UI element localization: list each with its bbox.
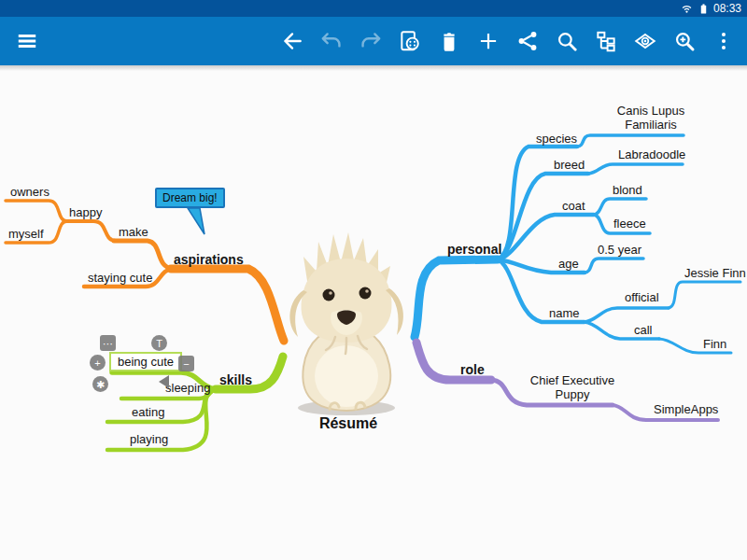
presentation-view-icon[interactable] — [626, 17, 665, 65]
node-species-value[interactable]: Canis Lupus Familiaris — [610, 105, 692, 132]
node-owners[interactable]: owners — [10, 185, 49, 199]
menu-icon[interactable] — [7, 17, 47, 65]
node-official[interactable]: official — [625, 290, 659, 304]
node-drag-handle[interactable] — [159, 375, 169, 388]
node-eating[interactable]: eating — [132, 405, 164, 419]
node-skills[interactable]: skills — [219, 372, 252, 387]
delete-icon[interactable] — [430, 17, 469, 65]
undo-icon[interactable] — [312, 17, 351, 65]
mindmap-canvas[interactable]: Résumé Dream big! owners myself happy ma… — [0, 65, 747, 560]
node-breed-value[interactable]: Labradoodle — [618, 147, 685, 161]
node-name[interactable]: name — [549, 306, 580, 320]
node-age[interactable]: age — [558, 257, 579, 271]
layout-icon[interactable] — [586, 17, 626, 65]
node-call-value[interactable]: Finn — [703, 337, 726, 351]
add-node-icon[interactable] — [469, 17, 508, 65]
node-personal[interactable]: personal — [447, 242, 501, 257]
node-species[interactable]: species — [536, 132, 577, 146]
share-icon[interactable] — [508, 17, 547, 65]
node-official-value[interactable]: Jessie Finn — [684, 266, 746, 280]
more-options-icon[interactable] — [704, 17, 743, 65]
node-call[interactable]: call — [634, 323, 653, 337]
node-coat-fleece[interactable]: fleece — [613, 217, 646, 231]
back-icon[interactable] — [273, 17, 312, 65]
node-make[interactable]: make — [119, 225, 148, 239]
node-myself[interactable]: myself — [8, 227, 44, 241]
status-bar: 08:33 — [0, 0, 747, 17]
redo-icon[interactable] — [351, 17, 390, 65]
node-playing[interactable]: playing — [130, 432, 168, 446]
puppy-photo[interactable] — [275, 227, 420, 418]
toolbar — [0, 17, 747, 65]
node-role-value[interactable]: Chief Executive Puppy — [526, 374, 619, 401]
node-aspirations[interactable]: aspirations — [174, 252, 244, 267]
search-icon[interactable] — [547, 17, 586, 65]
center-node-label[interactable]: Résumé — [311, 415, 386, 432]
node-happy[interactable]: happy — [69, 205, 102, 219]
node-collapse-button[interactable]: − — [178, 356, 194, 371]
node-role[interactable]: role — [460, 362, 485, 377]
node-more-button[interactable]: ⋯ — [100, 335, 116, 351]
node-add-button[interactable]: + — [90, 355, 106, 371]
node-style-button[interactable]: ✱ — [92, 376, 108, 392]
node-text-style-button[interactable]: T — [151, 335, 167, 351]
node-staying-cute[interactable]: staying cute — [88, 271, 152, 285]
callout-tail — [188, 208, 204, 234]
callout-dream-big[interactable]: Dream big! — [155, 188, 225, 208]
zoom-in-icon[interactable] — [665, 17, 704, 65]
status-time: 08:33 — [713, 2, 741, 15]
node-coat-blond[interactable]: blond — [613, 183, 642, 197]
toolbar-actions — [273, 17, 743, 65]
node-sleeping[interactable]: sleeping — [165, 381, 210, 395]
selected-node-being-cute[interactable]: being cute — [109, 352, 182, 371]
node-age-value[interactable]: 0.5 year — [598, 243, 641, 257]
node-company[interactable]: SimpleApps — [654, 402, 718, 416]
node-breed[interactable]: breed — [554, 158, 585, 172]
style-icon[interactable] — [390, 17, 430, 65]
battery-icon — [697, 2, 711, 16]
wifi-icon — [680, 2, 694, 16]
node-coat[interactable]: coat — [562, 199, 585, 213]
